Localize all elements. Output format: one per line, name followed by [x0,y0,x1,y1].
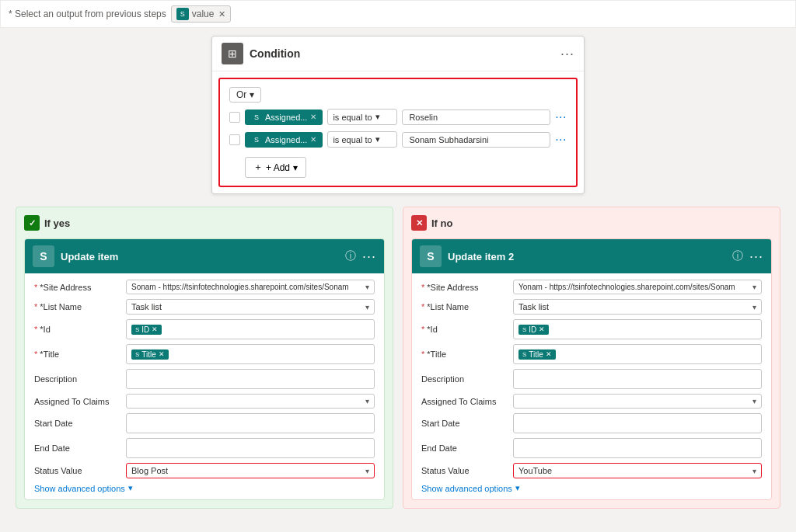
title-tag-close-2[interactable]: ✕ [546,350,552,358]
if-no-header: ✕ If no [411,215,772,231]
id-tag-chip[interactable]: S ID ✕ [131,325,162,335]
start-date-row-2: Start Date [421,413,762,433]
title-tag-icon: S [135,351,139,358]
site-address-value: Sonam - https://tsinfotechnologies.share… [131,283,365,291]
condition-checkbox-2[interactable] [229,134,240,145]
id-row-2: *Id S ID ✕ [421,319,762,339]
site-address-input[interactable]: Sonam - https://tsinfotechnologies.share… [126,280,375,294]
site-address-input-2[interactable]: Yonam - https://tsinfotechnologies.share… [513,280,762,294]
title-tag-chip-2[interactable]: S Title ✕ [518,349,556,360]
status-input[interactable]: Blog Post ▾ [126,463,375,478]
start-date-input[interactable] [126,413,375,433]
field-chip-close-1[interactable]: ✕ [310,113,316,121]
update-item-info-icon[interactable]: ⓘ [345,249,356,263]
update-item-header: S Update item ⓘ ··· [25,239,384,273]
end-date-input[interactable] [126,438,375,458]
show-advanced-chevron-yes: ▾ [128,483,133,493]
update-item-title: Update item [61,251,118,263]
title-tag-close[interactable]: ✕ [159,350,165,358]
show-advanced-label-yes: Show advanced options [34,484,125,493]
condition-field-chip-2[interactable]: S Assigned... ✕ [245,132,323,148]
condition-row-dots-1[interactable]: ··· [555,110,567,124]
value-chip[interactable]: S value ✕ [171,5,232,23]
id-tag-close[interactable]: ✕ [152,325,158,333]
condition-value-text-1: Roselin [409,113,438,122]
list-name-chevron-2: ▾ [752,303,756,311]
title-row: *Title S Title ✕ [34,344,375,364]
status-input-2[interactable]: YouTube ▾ [513,463,762,478]
condition-more-icon[interactable]: ··· [560,46,574,62]
list-name-label: *List Name [34,302,120,311]
list-name-row: *List Name Task list ▾ [34,299,375,315]
title-row-2: *Title S Title ✕ [421,344,762,364]
id-tag-chip-2[interactable]: S ID ✕ [518,325,549,335]
id-input[interactable]: S ID ✕ [126,319,375,339]
end-date-input-2[interactable] [513,438,762,458]
update-item-2-body: *Site Address Yonam - https://tsinfotech… [412,273,771,499]
update-item-2-title: Update item 2 [448,251,514,263]
site-address-value-2: Yonam - https://tsinfotechnologies.share… [518,283,752,291]
condition-row-dots-2[interactable]: ··· [555,133,567,147]
title-label-2: *Title [421,349,507,359]
site-address-chevron-2: ▾ [752,283,756,291]
condition-body: Or ▾ S Assigned... ✕ is equal to ▾ Rosel… [218,78,578,187]
site-address-row: *Site Address Sonam - https://tsinfotech… [34,280,375,294]
update-item-2-more-icon[interactable]: ··· [749,249,763,265]
chip-close-icon[interactable]: ✕ [218,9,225,19]
assigned-row-2: Assigned To Claims ▾ [421,394,762,409]
end-date-row: End Date [34,438,375,458]
condition-field-chip-1[interactable]: S Assigned... ✕ [245,110,323,125]
condition-checkbox-1[interactable] [229,112,240,123]
status-row-2: Status Value YouTube ▾ [421,463,762,478]
condition-card: ⊞ Condition ··· Or ▾ S Assigned... ✕ is … [211,36,585,194]
start-date-row: Start Date [34,413,375,433]
assigned-input-2[interactable]: ▾ [513,394,762,409]
description-input[interactable] [126,369,375,389]
condition-value-text-2: Sonam Subhadarsini [409,135,488,144]
if-yes-section: ✓ If yes S Update item ⓘ ··· *Site [16,207,393,509]
id-input-2[interactable]: S ID ✕ [513,319,762,339]
no-x-icon: ✕ [411,215,427,231]
if-yes-label: If yes [44,217,70,229]
assigned-label-2: Assigned To Claims [421,397,507,406]
status-value: Blog Post [131,466,365,475]
condition-value-1[interactable]: Roselin [402,110,550,125]
show-advanced-no[interactable]: Show advanced options ▾ [421,483,762,493]
update-item-2-info-icon[interactable]: ⓘ [732,249,743,263]
operator-chevron-1: ▾ [375,112,380,122]
title-tag-chip[interactable]: S Title ✕ [131,349,169,360]
start-date-input-2[interactable] [513,413,762,433]
start-date-label: Start Date [34,419,120,428]
if-yes-header: ✓ If yes [24,215,385,231]
add-button[interactable]: ＋ + Add ▾ [245,157,306,178]
bottom-split: ✓ If yes S Update item ⓘ ··· *Site [16,207,780,509]
title-input[interactable]: S Title ✕ [126,344,375,364]
condition-header: ⊞ Condition ··· [212,37,584,71]
title-label: *Title [34,349,120,359]
operator-label-1: is equal to [333,113,372,122]
condition-value-2[interactable]: Sonam Subhadarsini [402,132,550,148]
assigned-input[interactable]: ▾ [126,394,375,409]
title-input-2[interactable]: S Title ✕ [513,344,762,364]
assigned-chevron-2: ▾ [752,397,756,405]
update-item-more-icon[interactable]: ··· [362,249,376,265]
update-item-2-header-right: ⓘ ··· [732,249,763,265]
description-input-2[interactable] [513,369,762,389]
show-advanced-label-no: Show advanced options [421,484,512,493]
add-label: + Add [266,162,290,173]
list-name-input[interactable]: Task list ▾ [126,299,375,315]
field-chip-close-2[interactable]: ✕ [310,135,316,144]
condition-row-1: S Assigned... ✕ is equal to ▾ Roselin ··… [229,109,567,125]
condition-operator-2[interactable]: is equal to ▾ [327,131,397,148]
show-advanced-yes[interactable]: Show advanced options ▾ [34,483,375,493]
operator-chevron-2: ▾ [375,134,380,144]
top-bar: * Select an output from previous steps S… [0,0,796,28]
end-date-row-2: End Date [421,438,762,458]
or-selector[interactable]: Or ▾ [229,87,261,103]
list-name-input-2[interactable]: Task list ▾ [513,299,762,315]
status-row: Status Value Blog Post ▾ [34,463,375,478]
add-chevron-icon: ▾ [293,162,298,173]
condition-operator-1[interactable]: is equal to ▾ [327,109,397,125]
id-tag-close-2[interactable]: ✕ [539,325,545,333]
operator-label-2: is equal to [333,135,372,144]
